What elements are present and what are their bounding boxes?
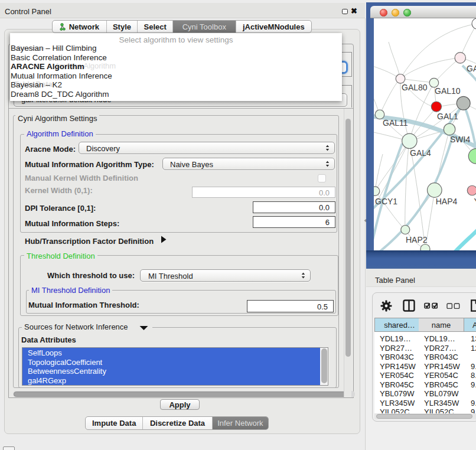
svg-text:GAL2: GAL2 [467, 64, 476, 73]
svg-text:HAP2: HAP2 [406, 235, 428, 244]
svg-text:GCY1: GCY1 [375, 197, 397, 206]
svg-text:SWI4: SWI4 [450, 135, 470, 144]
svg-text:GAL4: GAL4 [410, 148, 431, 158]
svg-text:Y: Y [474, 197, 476, 206]
svg-text:HAP4: HAP4 [436, 197, 458, 206]
svg-text:GAL11: GAL11 [383, 118, 408, 128]
svg-text:GAL10: GAL10 [435, 86, 461, 96]
svg-text:GAL80: GAL80 [402, 83, 428, 92]
svg-text:GAL1: GAL1 [437, 112, 458, 121]
